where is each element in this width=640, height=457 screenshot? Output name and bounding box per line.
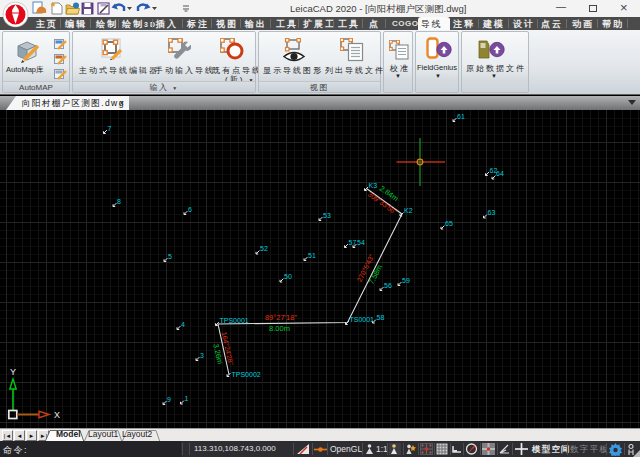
svg-text:64: 64 bbox=[496, 170, 504, 177]
svg-text:Y: Y bbox=[10, 367, 16, 377]
svg-text:51: 51 bbox=[308, 252, 316, 259]
svg-text:58: 58 bbox=[377, 314, 385, 321]
svg-text:56: 56 bbox=[384, 282, 392, 289]
svg-text:8: 8 bbox=[117, 198, 121, 205]
svg-text:63: 63 bbox=[488, 209, 496, 216]
svg-text:50: 50 bbox=[284, 273, 292, 280]
svg-text:8.00m: 8.00m bbox=[269, 324, 290, 333]
svg-text:X: X bbox=[54, 410, 60, 420]
svg-text:K3: K3 bbox=[369, 182, 378, 189]
svg-text:3: 3 bbox=[200, 352, 204, 359]
svg-text:54: 54 bbox=[357, 239, 365, 246]
svg-text:89°27'18": 89°27'18" bbox=[265, 313, 297, 322]
svg-text:6: 6 bbox=[188, 206, 192, 213]
svg-text:1: 1 bbox=[185, 395, 189, 402]
svg-text:TPS0002: TPS0002 bbox=[232, 371, 261, 378]
svg-text:TPS0001: TPS0001 bbox=[220, 317, 249, 324]
svg-text:53: 53 bbox=[323, 212, 331, 219]
svg-text:65: 65 bbox=[445, 220, 453, 227]
svg-text:61: 61 bbox=[457, 113, 465, 120]
svg-text:52: 52 bbox=[260, 245, 268, 252]
svg-text:4: 4 bbox=[181, 321, 185, 328]
svg-text:TS0001: TS0001 bbox=[350, 316, 375, 323]
svg-text:9: 9 bbox=[167, 396, 171, 403]
svg-text:57: 57 bbox=[349, 239, 357, 246]
svg-text:7: 7 bbox=[108, 125, 112, 132]
svg-text:5: 5 bbox=[168, 253, 172, 260]
svg-text:K2: K2 bbox=[404, 207, 413, 214]
svg-text:59: 59 bbox=[402, 277, 410, 284]
